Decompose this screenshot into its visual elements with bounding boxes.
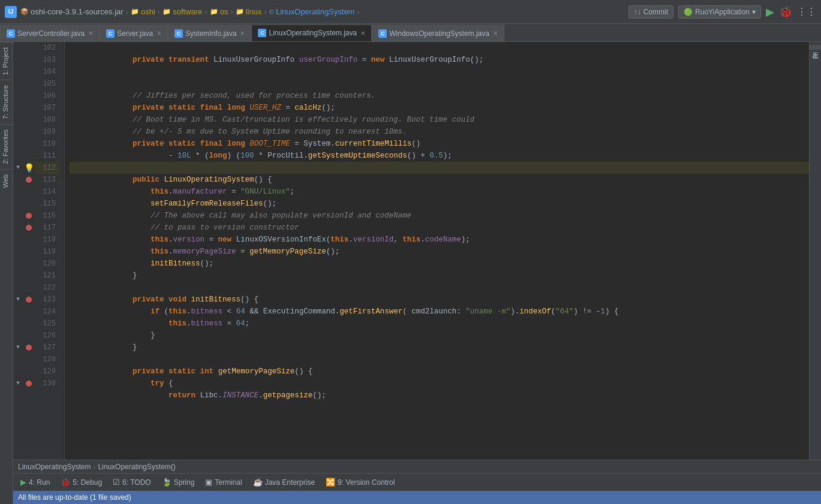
title-bar: IJ 📦 oshi-core-3.9.1-sources.jar › 📁 osh… xyxy=(0,0,821,24)
debug-button[interactable]: 🐞 xyxy=(779,5,792,19)
todo-icon: ☑ xyxy=(113,478,120,487)
more-actions-button[interactable]: ⋮⋮ xyxy=(797,6,816,17)
tab-close-system-info[interactable]: ✕ xyxy=(240,30,245,37)
code-line-121 xyxy=(70,270,809,282)
bulb-icon-111[interactable]: 💡 xyxy=(24,163,34,173)
code-line-128: private static int getMemoryPageSize() { xyxy=(70,354,809,366)
bc-os[interactable]: 📁 os xyxy=(210,7,228,16)
title-actions: ↑↓ Commit 🟢 RuoYiApplication ▾ ▶ 🐞 ⋮⋮ xyxy=(628,5,816,19)
sidebar-web[interactable]: Web xyxy=(0,169,13,192)
tab-linux-os[interactable]: C LinuxOperatingSystem.java ✕ xyxy=(251,25,372,41)
breadcrumb-class: LinuxOperatingSystem xyxy=(18,463,91,471)
bc-software[interactable]: 📁 software xyxy=(163,7,202,16)
bottom-tab-debug[interactable]: 🐞 5: Debug xyxy=(56,476,107,488)
bc-jar[interactable]: 📦 oshi-core-3.9.1-sources.jar xyxy=(20,7,124,16)
bottom-tab-run[interactable]: ▶ 4: Run xyxy=(16,476,55,488)
terminal-icon: ▣ xyxy=(205,478,212,487)
run-button[interactable]: ▶ xyxy=(766,5,774,19)
code-line-104 xyxy=(70,66,809,78)
run-icon: ▶ xyxy=(20,478,26,487)
bottom-tab-spring[interactable]: 🍃 Spring xyxy=(157,476,200,488)
bottom-tab-version-control[interactable]: 🔀 9: Version Control xyxy=(321,476,399,488)
tabs-bar: C ServerController.java ✕ C Server.java … xyxy=(0,24,821,42)
tab-windows-os[interactable]: C WindowsOperatingSystem.java ✕ xyxy=(372,25,504,41)
bc-class[interactable]: © LinuxOperatingSystem xyxy=(269,7,355,16)
tab-icon: C xyxy=(175,29,183,38)
git-icon: 🔀 xyxy=(326,478,335,487)
breakpoint-122[interactable] xyxy=(26,297,32,303)
debug-tab-icon: 🐞 xyxy=(61,478,70,487)
gutter-icons: 💡 xyxy=(23,42,35,460)
code-line-105: // Jiffies per second, used for process … xyxy=(70,78,809,90)
line-numbers: 102 103 104 105 106 107 108 109 110 111 … xyxy=(35,42,65,460)
code-line-127 xyxy=(70,342,809,354)
code-editor[interactable]: private transient LinuxUserGroupInfo use… xyxy=(65,42,809,460)
sidebar-structure[interactable]: 7: Structure xyxy=(0,80,13,124)
tab-server[interactable]: C Server.java ✕ xyxy=(100,25,168,41)
code-line-126: } xyxy=(70,330,809,342)
breadcrumb-bottom: LinuxOperatingSystem › LinuxOperatingSys… xyxy=(13,460,821,473)
code-line-112: public LinuxOperatingSystem() { xyxy=(70,162,809,174)
code-line-122: private void initBitness() { xyxy=(70,282,809,294)
right-scrollbar[interactable]: 正在 xyxy=(809,42,821,460)
bc-linux[interactable]: 📁 linux xyxy=(236,7,262,16)
status-bar: All files are up-to-date (1 file saved) xyxy=(13,491,821,504)
bottom-tab-todo[interactable]: ☑ 6: TODO xyxy=(108,476,156,488)
tab-server-controller[interactable]: C ServerController.java ✕ xyxy=(0,25,100,41)
tab-close-windows-os[interactable]: ✕ xyxy=(493,30,498,37)
sidebar-favorites[interactable]: 2: Favorites xyxy=(0,124,13,168)
editor-area: ▼ ▼ ▼ ▼ xyxy=(13,42,821,504)
tab-close-linux-os[interactable]: ✕ xyxy=(360,30,365,37)
breakpoint-128[interactable] xyxy=(26,381,32,387)
app-icon: IJ xyxy=(5,6,17,18)
bottom-tab-java-enterprise[interactable]: ☕ Java Enterprise xyxy=(248,476,320,488)
breakpoint-126[interactable] xyxy=(26,345,32,351)
code-container[interactable]: ▼ ▼ ▼ ▼ xyxy=(13,42,821,460)
breakpoint-115[interactable] xyxy=(26,213,32,219)
bottom-tab-terminal[interactable]: ▣ Terminal xyxy=(200,476,246,488)
main-area: 1: Project 7: Structure 2: Favorites Web… xyxy=(0,42,821,504)
tab-close-server[interactable]: ✕ xyxy=(157,30,161,37)
sidebar-project[interactable]: 1: Project xyxy=(0,42,13,80)
code-line-102: private transient LinuxUserGroupInfo use… xyxy=(70,42,809,54)
tab-close-server-controller[interactable]: ✕ xyxy=(88,30,93,37)
breakpoint-112[interactable] xyxy=(26,177,32,183)
breakpoint-116[interactable] xyxy=(26,225,32,231)
vertical-sidebar: 1: Project 7: Structure 2: Favorites Web xyxy=(0,42,13,504)
tab-icon: C xyxy=(7,29,15,38)
bc-oshi[interactable]: 📁 oshi xyxy=(131,7,155,16)
breadcrumb-method: LinuxOperatingSystem() xyxy=(98,463,175,471)
code-line-130: return Libc.INSTANCE.getpagesize(); xyxy=(70,378,809,390)
right-label: 正在 xyxy=(810,45,821,50)
tab-system-info[interactable]: C SystemInfo.java ✕ xyxy=(168,25,251,41)
spring-icon: 🍃 xyxy=(162,478,172,487)
bottom-toolbar: ▶ 4: Run 🐞 5: Debug ☑ 6: TODO 🍃 Spring ▣… xyxy=(13,473,821,491)
run-config-dropdown[interactable]: 🟢 RuoYiApplication ▾ xyxy=(678,5,761,19)
commit-button[interactable]: ↑↓ Commit xyxy=(628,5,673,19)
status-text: All files are up-to-date (1 file saved) xyxy=(18,493,131,502)
tab-icon: C xyxy=(106,29,115,38)
tab-icon: C xyxy=(378,29,387,38)
breadcrumb: 📦 oshi-core-3.9.1-sources.jar › 📁 oshi ›… xyxy=(20,7,360,16)
java-enterprise-icon: ☕ xyxy=(253,478,263,487)
tab-icon: C xyxy=(258,29,266,37)
fold-gutter: ▼ ▼ ▼ ▼ xyxy=(13,42,23,460)
